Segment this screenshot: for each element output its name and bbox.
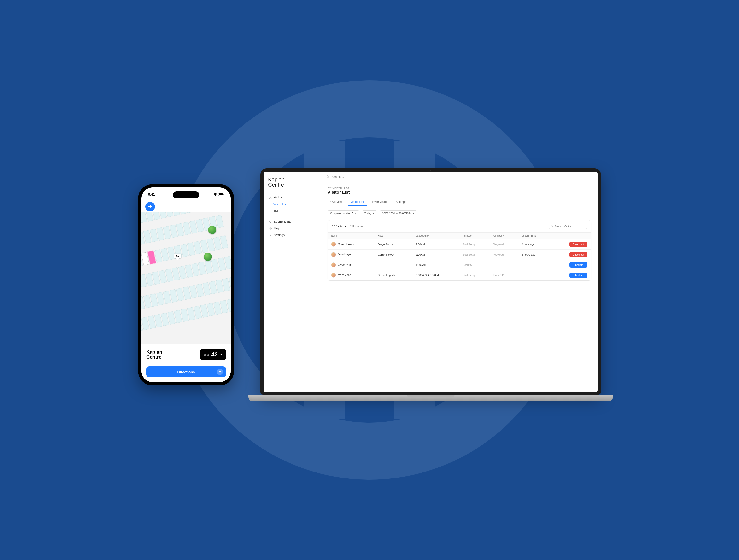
sidebar-item-submit-ideas[interactable]: Submit Ideas xyxy=(268,218,317,225)
sidebar-item-label: Help xyxy=(274,227,280,230)
avatar xyxy=(331,242,336,247)
tab-invite-visitor[interactable]: Invite Visitor xyxy=(369,198,390,206)
svg-rect-5 xyxy=(224,194,224,195)
table-row: John MayerGarret Flower9:00AMStall Setup… xyxy=(328,249,591,260)
cell-checkin: - xyxy=(518,260,552,270)
svg-point-6 xyxy=(270,197,271,198)
visitors-table: Name Host Expected by Purpose Company Ch… xyxy=(328,232,591,281)
sidebar-item-visitor[interactable]: Visitor xyxy=(268,194,317,201)
search-icon xyxy=(327,175,330,178)
svg-point-9 xyxy=(270,235,271,235)
cell-host: - xyxy=(375,260,412,270)
parking-map[interactable]: 42 xyxy=(141,212,231,344)
sidebar-item-label: Visitor List xyxy=(273,203,287,206)
directions-button[interactable]: Directions xyxy=(146,366,226,377)
sidebar-item-label: Invite xyxy=(273,209,280,213)
cell-name: Clyde Wharf xyxy=(338,263,352,266)
chevron-down-icon xyxy=(373,212,375,214)
sidebar-item-visitor-list[interactable]: Visitor List xyxy=(268,201,317,208)
visitor-count: 4 Visitors xyxy=(332,224,347,228)
cell-expected: 9:00AM xyxy=(412,249,459,260)
filter-location-label: Company Location A xyxy=(330,212,353,215)
col-purpose: Purpose xyxy=(459,232,490,239)
map-tree-icon xyxy=(204,253,212,261)
col-company: Company xyxy=(490,232,518,239)
cell-purpose: Stall Setup xyxy=(459,239,490,249)
sidebar: Kaplan Centre Visitor Visitor List Invit… xyxy=(264,172,321,392)
visitor-search-input[interactable] xyxy=(555,225,585,228)
signal-icon xyxy=(208,193,212,196)
check-in-button[interactable]: Check in xyxy=(570,262,587,267)
avatar xyxy=(331,252,336,257)
svg-point-10 xyxy=(327,176,329,178)
tabs: Overview Visitor List Invite Visitor Set… xyxy=(327,198,591,206)
phone-dynamic-island xyxy=(173,191,199,198)
sidebar-item-help[interactable]: Help xyxy=(268,225,317,232)
arrow-left-icon xyxy=(148,204,152,209)
sidebar-item-settings[interactable]: Settings xyxy=(268,232,317,238)
check-in-button[interactable]: Check in xyxy=(570,272,587,278)
cell-checkin: - xyxy=(518,270,552,281)
cell-checkin: 2 hours ago xyxy=(518,249,552,260)
battery-icon xyxy=(218,193,224,196)
cell-checkin: 2 hous ago xyxy=(518,239,552,249)
cell-host: Diego Souza xyxy=(375,239,412,249)
filter-date-range[interactable]: 30/08/2024 → 30/08/2024 xyxy=(380,210,417,216)
cell-company: ParkPnP xyxy=(490,270,518,281)
help-icon xyxy=(269,227,272,230)
sidebar-item-label: Settings xyxy=(274,233,285,237)
spot-number: 42 xyxy=(211,351,218,358)
laptop-base xyxy=(249,395,613,401)
cell-expected: 11:00AM xyxy=(412,260,459,270)
cell-name: Garret Flower xyxy=(338,243,354,245)
cell-name: Mary Moon xyxy=(338,273,351,276)
map-tree-icon xyxy=(208,226,216,234)
col-expected: Expected by xyxy=(412,232,459,239)
cell-purpose: Stall Setup xyxy=(459,249,490,260)
filter-date-range-label: 30/08/2024 → 30/08/2024 xyxy=(382,212,411,215)
tab-visitor-list[interactable]: Visitor List xyxy=(348,198,366,206)
spot-label: Spot xyxy=(203,353,209,356)
check-out-button[interactable]: Check out xyxy=(570,252,587,257)
table-row: Clyde Wharf-11:00AMSecurity-Check in xyxy=(328,260,591,270)
person-icon xyxy=(269,196,272,199)
cell-company: Wayleadr xyxy=(490,239,518,249)
visitor-search[interactable] xyxy=(549,224,587,229)
expected-count: 2 Expected xyxy=(350,225,364,228)
cell-host: Garret Flower xyxy=(375,249,412,260)
avatar xyxy=(331,273,336,277)
back-button[interactable] xyxy=(145,202,155,211)
cell-host: Serina Fogarty xyxy=(375,270,412,281)
cell-company xyxy=(490,260,518,270)
search-icon xyxy=(551,225,553,228)
col-checkin: Checkin Time xyxy=(518,232,552,239)
bulb-icon xyxy=(269,220,272,223)
filter-period[interactable]: Today xyxy=(362,210,377,216)
visitors-panel: 4 Visitors 2 Expected xyxy=(327,220,591,281)
laptop-mockup: Kaplan Centre Visitor Visitor List Invit… xyxy=(260,168,601,401)
check-out-button[interactable]: Check out xyxy=(570,242,587,247)
chevron-down-icon xyxy=(220,353,223,356)
directions-label: Directions xyxy=(177,370,195,374)
spot-selector[interactable]: Spot 42 xyxy=(200,349,226,360)
global-search-input[interactable] xyxy=(332,175,404,179)
tab-settings[interactable]: Settings xyxy=(393,198,409,206)
page-title: Visitor List xyxy=(327,190,591,195)
wifi-icon xyxy=(213,193,217,196)
cell-name: John Mayer xyxy=(338,253,351,256)
tab-overview[interactable]: Overview xyxy=(327,198,345,206)
table-row: Garret FlowerDiego Souza9:00AMStall Setu… xyxy=(328,239,591,249)
cell-purpose: Security xyxy=(459,260,490,270)
avatar xyxy=(331,262,336,267)
navigate-icon xyxy=(218,370,221,373)
filter-location[interactable]: Company Location A xyxy=(327,210,359,216)
chevron-down-icon xyxy=(413,212,415,214)
phone-mockup: 9:41 xyxy=(138,184,234,385)
col-name: Name xyxy=(328,232,375,239)
spot-callout: 42 xyxy=(174,254,181,258)
phone-bottom-card: Kaplan Centre Spot 42 Directions xyxy=(141,344,231,382)
cell-purpose: Stall Setup xyxy=(459,270,490,281)
location-title: Kaplan Centre xyxy=(146,350,162,360)
sidebar-item-invite[interactable]: Invite xyxy=(268,208,317,214)
cell-expected: 9:00AM xyxy=(412,239,459,249)
